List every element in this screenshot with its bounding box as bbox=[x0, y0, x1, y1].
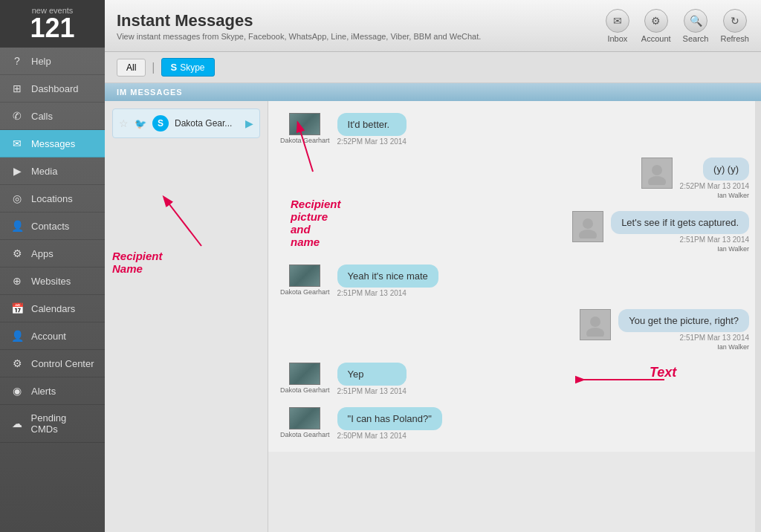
sidebar-item-messages[interactable]: ✉ Messages bbox=[0, 130, 105, 158]
sidebar-label-messages: Messages bbox=[31, 138, 75, 149]
svg-point-1 bbox=[652, 165, 662, 175]
account-icon: ⚙ bbox=[644, 9, 668, 33]
topbar: Instant Messages View instant messages f… bbox=[105, 0, 761, 52]
sidebar-item-control-center[interactable]: ⚙ Control Center bbox=[0, 350, 105, 377]
skype-label: Skype bbox=[180, 62, 204, 73]
topbar-account-button[interactable]: ⚙ Account bbox=[641, 9, 671, 43]
messages-icon: ✉ bbox=[10, 137, 24, 149]
sender-name: Dakota Gearhart bbox=[280, 137, 330, 144]
sidebar-label-locations: Locations bbox=[31, 193, 73, 204]
account-icon: 👤 bbox=[10, 330, 24, 342]
sender-name: Dakota Gearhart bbox=[280, 386, 330, 394]
sidebar-item-account[interactable]: 👤 Account bbox=[0, 322, 105, 350]
message-bubble: (y) (y) bbox=[703, 158, 749, 181]
sidebar-header: new events 121 bbox=[0, 0, 105, 48]
account-label: Account bbox=[641, 34, 671, 43]
message-bubble: Let's see if it gets captured. bbox=[611, 211, 749, 234]
chat-wrapper: Dakota Gearhart It'd better. 2:52PM Mar … bbox=[268, 101, 761, 532]
events-count: 121 bbox=[0, 15, 105, 42]
sidebar-label-websites: Websites bbox=[31, 276, 71, 287]
twitter-icon: 🐦 bbox=[135, 118, 146, 129]
svg-point-3 bbox=[583, 218, 593, 229]
search-label: Search bbox=[683, 34, 709, 43]
inbox-label: Inbox bbox=[607, 34, 627, 43]
message-row: Let's see if it gets captured. 2:51PM Ma… bbox=[280, 211, 749, 253]
sidebar-item-alerts[interactable]: ◉ Alerts bbox=[0, 377, 105, 405]
page-subtitle: View instant messages from Skype, Facebo… bbox=[117, 32, 481, 41]
locations-icon: ◎ bbox=[10, 192, 24, 204]
filter-skype-button[interactable]: S Skype bbox=[161, 58, 215, 77]
conversation-name: Dakota Gear... bbox=[175, 118, 239, 129]
sidebar-item-help[interactable]: ? Help bbox=[0, 48, 105, 75]
message-bubble: You get the picture, right? bbox=[618, 309, 749, 332]
sidebar-item-dashboard[interactable]: ⊞ Dashboard bbox=[0, 75, 105, 103]
svg-line-0 bbox=[164, 198, 201, 246]
refresh-label: Refresh bbox=[720, 34, 749, 43]
sidebar-label-media: Media bbox=[31, 166, 57, 177]
sidebar-label-help: Help bbox=[31, 56, 51, 67]
topbar-title: Instant Messages View instant messages f… bbox=[117, 11, 481, 41]
message-time: 2:51PM Mar 13 2014 bbox=[680, 236, 749, 244]
message-content: Yeah it's nice mate 2:51PM Mar 13 2014 bbox=[337, 265, 438, 297]
control-center-icon: ⚙ bbox=[10, 357, 24, 369]
message-content: Let's see if it gets captured. 2:51PM Ma… bbox=[611, 211, 749, 253]
sender-image-group: Dakota Gearhart bbox=[280, 407, 330, 438]
sidebar-item-pending-cmds[interactable]: ☁ Pending CMDs bbox=[0, 405, 105, 443]
filter-all-button[interactable]: All bbox=[117, 59, 146, 77]
sidebar-item-websites[interactable]: ⊕ Websites bbox=[0, 267, 105, 295]
topbar-refresh-button[interactable]: ↻ Refresh bbox=[720, 9, 749, 43]
sender-name: Dakota Gearhart bbox=[280, 431, 330, 438]
skype-service-icon: S bbox=[152, 115, 169, 132]
sender-name: Ian Walker bbox=[717, 245, 749, 253]
svg-point-4 bbox=[579, 230, 597, 239]
search-icon: 🔍 bbox=[684, 9, 707, 33]
sidebar-item-apps[interactable]: ⚙ Apps bbox=[0, 240, 105, 267]
star-icon[interactable]: ☆ bbox=[119, 117, 129, 129]
sidebar: new events 121 ? Help ⊞ Dashboard ✆ Call… bbox=[0, 0, 105, 532]
im-body: ☆ 🐦 S Dakota Gear... ▶ Recipient Name bbox=[105, 101, 761, 532]
sidebar-item-calendars[interactable]: 📅 Calendars bbox=[0, 295, 105, 322]
message-row: Dakota Gearhart It'd better. 2:52PM Mar … bbox=[280, 113, 749, 146]
sidebar-item-contacts[interactable]: 👤 Contacts bbox=[0, 213, 105, 240]
sender-thumbnail bbox=[289, 407, 320, 429]
sidebar-label-apps: Apps bbox=[31, 248, 54, 259]
conversation-item[interactable]: ☆ 🐦 S Dakota Gear... ▶ bbox=[112, 108, 260, 138]
topbar-inbox-button[interactable]: ✉ Inbox bbox=[606, 9, 629, 43]
message-bubble: Yep bbox=[337, 363, 407, 386]
scrollbar[interactable] bbox=[755, 101, 761, 532]
message-content: (y) (y) 2:52PM Mar 13 2014 Ian Walker bbox=[680, 158, 749, 199]
message-row: Dakota Gearhart Yeah it's nice mate 2:51… bbox=[280, 265, 749, 297]
sidebar-label-pending-cmds: Pending CMDs bbox=[31, 412, 94, 435]
sender-image-group: Dakota Gearhart bbox=[280, 265, 330, 296]
sidebar-item-locations[interactable]: ◎ Locations bbox=[0, 185, 105, 213]
sender-thumbnail bbox=[289, 363, 320, 385]
page-title: Instant Messages bbox=[117, 11, 481, 30]
sidebar-item-media[interactable]: ▶ Media bbox=[0, 158, 105, 185]
topbar-search-button[interactable]: 🔍 Search bbox=[683, 9, 709, 43]
skype-icon: S bbox=[171, 62, 178, 73]
conversation-list: ☆ 🐦 S Dakota Gear... ▶ Recipient Name bbox=[105, 101, 268, 532]
media-icon: ▶ bbox=[10, 165, 24, 177]
help-icon: ? bbox=[10, 55, 24, 67]
message-row: (y) (y) 2:52PM Mar 13 2014 Ian Walker bbox=[280, 158, 749, 199]
sender-name: Ian Walker bbox=[717, 343, 749, 351]
sender-image-group: Dakota Gearhart bbox=[280, 113, 330, 144]
message-content: "I can has Poland?" 2:50PM Mar 13 2014 bbox=[337, 407, 442, 440]
im-section-header: IM MESSAGES bbox=[105, 83, 761, 101]
chat-area[interactable]: Dakota Gearhart It'd better. 2:52PM Mar … bbox=[268, 101, 761, 452]
sidebar-label-account: Account bbox=[31, 331, 66, 342]
message-time: 2:52PM Mar 13 2014 bbox=[337, 137, 407, 146]
calls-icon: ✆ bbox=[10, 110, 24, 122]
sender-name: Ian Walker bbox=[717, 192, 749, 199]
sender-thumbnail bbox=[289, 265, 320, 287]
sender-name: Dakota Gearhart bbox=[280, 288, 330, 296]
svg-point-6 bbox=[586, 328, 604, 337]
sidebar-item-calls[interactable]: ✆ Calls bbox=[0, 103, 105, 130]
inbox-icon: ✉ bbox=[606, 9, 629, 33]
topbar-icons: ✉ Inbox ⚙ Account 🔍 Search ↻ Refresh bbox=[606, 9, 749, 43]
alerts-icon: ◉ bbox=[10, 385, 24, 397]
message-bubble: Yeah it's nice mate bbox=[337, 265, 438, 288]
conversation-arrow-icon[interactable]: ▶ bbox=[245, 117, 253, 129]
avatar bbox=[641, 158, 673, 189]
message-time: 2:51PM Mar 13 2014 bbox=[337, 289, 438, 297]
